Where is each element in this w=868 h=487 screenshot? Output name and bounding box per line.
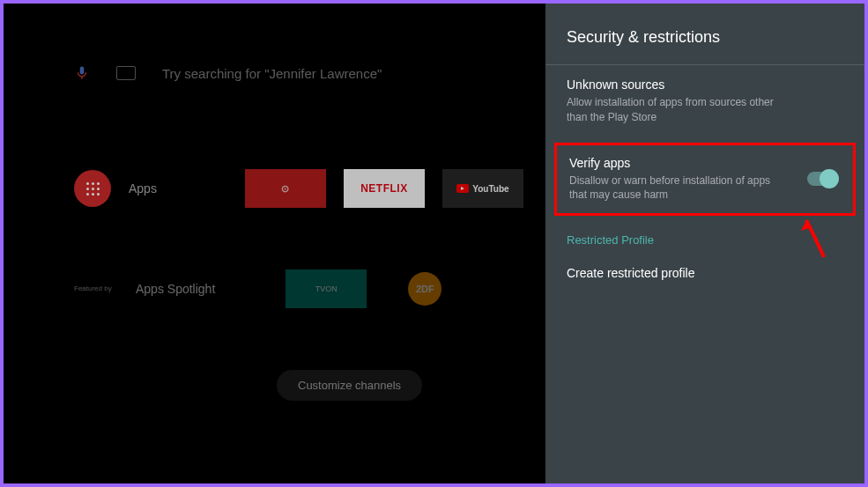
settings-title: Security & restrictions xyxy=(545,4,864,65)
screen-container: Try searching for "Jennifer Lawrence" Ap… xyxy=(4,4,864,483)
setting-item-desc: Allow installation of apps from sources … xyxy=(567,95,843,125)
home-screen: Try searching for "Jennifer Lawrence" Ap… xyxy=(4,4,545,483)
spotlight-label: Apps Spotlight xyxy=(136,282,215,296)
setting-item-title: Create restricted profile xyxy=(567,266,843,280)
search-placeholder[interactable]: Try searching for "Jennifer Lawrence" xyxy=(162,66,382,81)
spotlight-row: Featured by Apps Spotlight TVON 2DF xyxy=(74,269,545,308)
setting-item-desc: Disallow or warn before installation of … xyxy=(569,173,841,203)
apps-icon[interactable] xyxy=(74,170,111,207)
setting-verify-apps[interactable]: Verify apps Disallow or warn before inst… xyxy=(554,143,856,217)
toggle-knob xyxy=(820,169,839,188)
setting-unknown-sources[interactable]: Unknown sources Allow installation of ap… xyxy=(545,65,864,137)
apps-label: Apps xyxy=(129,181,157,196)
settings-panel: Security & restrictions Unknown sources … xyxy=(545,4,864,483)
app-tile-expressvpn[interactable]: ⊙ xyxy=(245,169,326,208)
customize-channels-button[interactable]: Customize channels xyxy=(277,370,422,401)
spotlight-tile-tvon[interactable]: TVON xyxy=(286,269,367,308)
featured-by-label: Featured by xyxy=(74,284,118,293)
mic-icon[interactable] xyxy=(74,65,90,81)
setting-item-title: Unknown sources xyxy=(567,77,843,92)
keyboard-icon[interactable] xyxy=(116,66,136,80)
verify-apps-toggle[interactable] xyxy=(807,172,837,186)
setting-item-title: Verify apps xyxy=(569,156,841,170)
app-tile-youtube[interactable]: YouTube xyxy=(442,169,523,208)
restricted-profile-section: Restricted Profile xyxy=(545,221,864,254)
search-row: Try searching for "Jennifer Lawrence" xyxy=(74,65,545,81)
apps-row: Apps ⊙ NETFLIX YouTube xyxy=(74,169,545,208)
spotlight-tile-zdf[interactable]: 2DF xyxy=(384,269,465,308)
setting-create-restricted-profile[interactable]: Create restricted profile xyxy=(545,254,864,296)
app-tile-netflix[interactable]: NETFLIX xyxy=(344,169,425,208)
